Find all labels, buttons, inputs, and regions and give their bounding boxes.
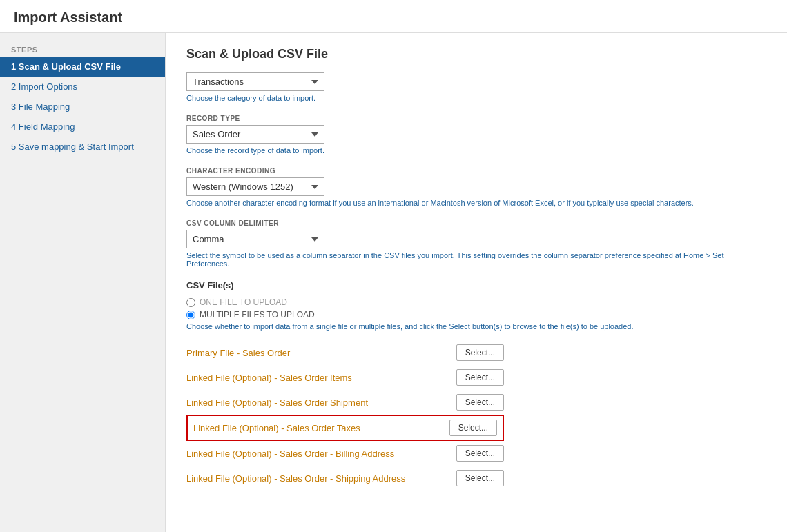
csv-files-group: CSV File(s) ONE FILE TO UPLOAD MULTIPLE … bbox=[186, 280, 766, 491]
csv-delimiter-group: CSV COLUMN DELIMITER CommaTabSemicolonPi… bbox=[186, 219, 766, 268]
sidebar-item-step4[interactable]: 4 Field Mapping bbox=[0, 117, 165, 137]
file-row-linked1: Linked File (Optional) - Sales Order Ite… bbox=[186, 365, 504, 390]
radio-multiple-files-group: MULTIPLE FILES TO UPLOAD bbox=[186, 310, 766, 319]
character-encoding-label: CHARACTER ENCODING bbox=[186, 167, 766, 175]
file-row-linked5: Linked File (Optional) - Sales Order - S… bbox=[186, 466, 504, 491]
csv-delimiter-select[interactable]: CommaTabSemicolonPipe bbox=[186, 230, 324, 248]
file-row-linked3: Linked File (Optional) - Sales Order Tax… bbox=[186, 415, 504, 441]
file-row-label-linked1: Linked File (Optional) - Sales Order Ite… bbox=[186, 373, 352, 383]
select-btn-linked4[interactable]: Select... bbox=[456, 445, 504, 462]
radio-one-file-group: ONE FILE TO UPLOAD bbox=[186, 297, 766, 307]
sidebar-item-step1[interactable]: 1 Scan & Upload CSV File bbox=[0, 57, 165, 77]
csv-files-hint: Choose whether to import data from a sin… bbox=[186, 322, 656, 331]
file-row-label-linked5: Linked File (Optional) - Sales Order - S… bbox=[186, 473, 405, 484]
select-btn-linked3[interactable]: Select... bbox=[449, 420, 497, 436]
category-hint: Choose the category of data to import. bbox=[186, 94, 766, 102]
csv-delimiter-hint: Select the symbol to be used as a column… bbox=[186, 251, 766, 268]
radio-one-label[interactable]: ONE FILE TO UPLOAD bbox=[200, 297, 287, 307]
radio-multiple-label[interactable]: MULTIPLE FILES TO UPLOAD bbox=[200, 310, 315, 319]
file-row-label-linked2: Linked File (Optional) - Sales Order Shi… bbox=[186, 397, 368, 408]
select-btn-linked2[interactable]: Select... bbox=[456, 394, 504, 411]
sidebar: STEPS 1 Scan & Upload CSV File2 Import O… bbox=[0, 33, 166, 532]
file-row-primary: Primary File - Sales OrderSelect... bbox=[186, 340, 504, 365]
csv-delimiter-label: CSV COLUMN DELIMITER bbox=[186, 219, 766, 227]
file-row-label-primary: Primary File - Sales Order bbox=[186, 348, 290, 358]
file-row-label-linked4: Linked File (Optional) - Sales Order - B… bbox=[186, 449, 394, 459]
category-select[interactable]: TransactionsContactsItemsLists bbox=[186, 72, 324, 91]
main-content: Scan & Upload CSV File TransactionsConta… bbox=[166, 33, 787, 532]
page-title: Import Assistant bbox=[0, 0, 787, 33]
record-type-select[interactable]: Sales OrderInvoicePurchase OrderEstimate bbox=[186, 125, 324, 144]
steps-label: STEPS bbox=[0, 40, 165, 57]
file-row-linked4: Linked File (Optional) - Sales Order - B… bbox=[186, 441, 504, 466]
radio-multiple-files[interactable] bbox=[186, 311, 195, 319]
section-title: Scan & Upload CSV File bbox=[186, 47, 766, 61]
sidebar-item-step5[interactable]: 5 Save mapping & Start Import bbox=[0, 137, 165, 157]
sidebar-item-step2[interactable]: 2 Import Options bbox=[0, 77, 165, 97]
category-group: TransactionsContactsItemsLists Choose th… bbox=[186, 72, 766, 102]
record-type-group: RECORD TYPE Sales OrderInvoicePurchase O… bbox=[186, 115, 766, 155]
character-encoding-group: CHARACTER ENCODING Western (Windows 1252… bbox=[186, 167, 766, 207]
character-encoding-select[interactable]: Western (Windows 1252)UTF-8UTF-16 bbox=[186, 177, 324, 196]
sidebar-item-step3[interactable]: 3 File Mapping bbox=[0, 97, 165, 117]
select-btn-linked5[interactable]: Select... bbox=[456, 470, 504, 486]
csv-files-label: CSV File(s) bbox=[186, 280, 766, 290]
file-row-linked2: Linked File (Optional) - Sales Order Shi… bbox=[186, 390, 504, 415]
select-btn-linked1[interactable]: Select... bbox=[456, 369, 504, 386]
record-type-label: RECORD TYPE bbox=[186, 115, 766, 122]
select-btn-primary[interactable]: Select... bbox=[456, 344, 504, 361]
file-row-label-linked3: Linked File (Optional) - Sales Order Tax… bbox=[193, 423, 360, 433]
record-type-hint: Choose the record type of data to import… bbox=[186, 146, 766, 155]
radio-one-file[interactable] bbox=[186, 298, 195, 307]
character-encoding-hint: Choose another character encoding format… bbox=[186, 199, 766, 207]
